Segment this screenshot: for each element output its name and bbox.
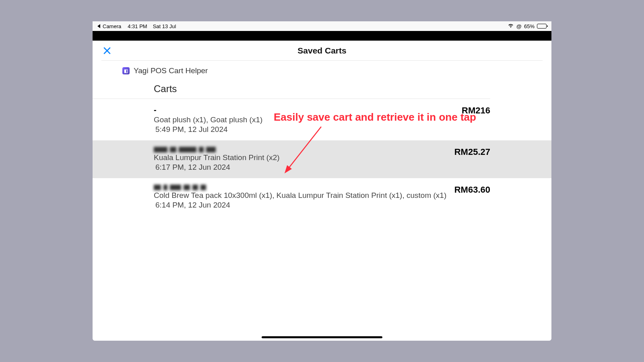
cart-row[interactable]: Cold Brew Tea pack 10x300ml (x1), Kuala … (93, 178, 551, 216)
cart-list: - Goat plush (x1), Goat plush (x1) 5:49 … (93, 99, 551, 216)
wifi-icon (508, 23, 514, 29)
cart-price: RM63.60 (454, 185, 490, 210)
cart-price: RM25.27 (454, 147, 490, 172)
sheet-header: Saved Carts (101, 41, 543, 61)
cart-timestamp: 5:49 PM, 12 Jul 2024 (154, 125, 262, 134)
back-chevron-icon[interactable] (97, 24, 100, 28)
cart-timestamp: 6:14 PM, 12 Jun 2024 (154, 201, 446, 210)
app-icon: ◧ (122, 67, 130, 74)
close-button[interactable] (101, 45, 113, 56)
app-background-strip (93, 31, 551, 41)
battery-icon (537, 24, 547, 29)
cart-row[interactable]: - Goat plush (x1), Goat plush (x1) 5:49 … (93, 99, 551, 140)
app-identifier-row: ◧ Yagi POS Cart Helper (93, 61, 551, 81)
cart-name: - (154, 105, 262, 115)
cart-price: RM216 (462, 105, 490, 134)
cart-items: Kuala Lumpur Train Station Print (x2) (154, 153, 280, 162)
status-bar: Camera 4:31 PM Sat 13 Jul @ 65% (93, 21, 551, 31)
tablet-frame: Camera 4:31 PM Sat 13 Jul @ 65% Saved Ca… (93, 21, 551, 341)
back-app-label[interactable]: Camera (103, 23, 121, 29)
status-date: Sat 13 Jul (153, 23, 176, 29)
cart-items: Cold Brew Tea pack 10x300ml (x1), Kuala … (154, 191, 446, 200)
sheet-title: Saved Carts (297, 46, 346, 56)
cart-items: Goat plush (x1), Goat plush (x1) (154, 115, 262, 124)
cart-name-redacted (154, 185, 446, 190)
app-name-label: Yagi POS Cart Helper (134, 66, 208, 75)
orientation-lock-icon: @ (516, 23, 522, 29)
cart-row[interactable]: Kuala Lumpur Train Station Print (x2) 6:… (93, 140, 551, 178)
modal-sheet: Saved Carts ◧ Yagi POS Cart Helper Carts… (93, 41, 551, 341)
cart-timestamp: 6:17 PM, 12 Jun 2024 (154, 163, 280, 172)
section-heading: Carts (93, 81, 490, 99)
battery-pct: 65% (524, 23, 535, 29)
cart-name-redacted (154, 147, 280, 152)
home-indicator[interactable] (262, 336, 382, 338)
status-time: 4:31 PM (128, 23, 147, 29)
